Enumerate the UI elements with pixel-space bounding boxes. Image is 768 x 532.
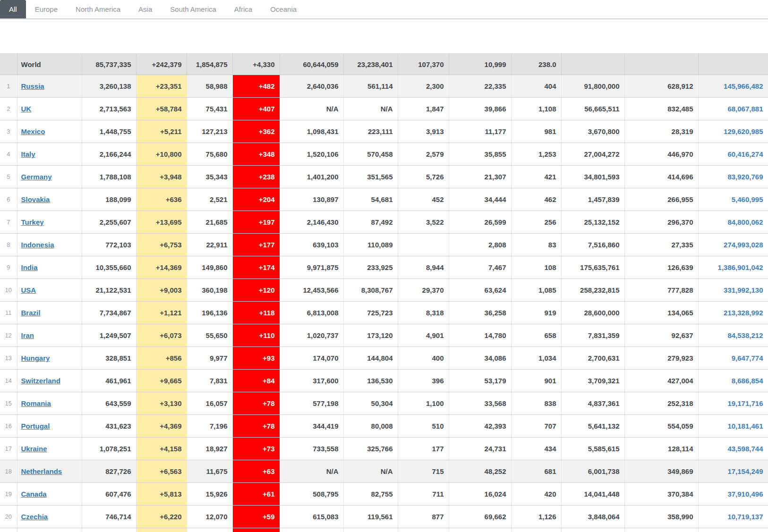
cell-population-link[interactable]: 5,460,995	[732, 195, 763, 203]
country-cell-link[interactable]: Netherlands	[21, 467, 62, 475]
cell-new-cases	[136, 528, 187, 532]
cell-active-cases: 561,114	[343, 75, 398, 98]
cell-deaths-per-1m: 420	[511, 483, 561, 506]
cell-active-cases: 233,925	[343, 256, 398, 279]
country-cell-link[interactable]: UK	[21, 105, 32, 113]
cell-serious-critical: 177	[398, 438, 449, 460]
country-cell-link[interactable]: Russia	[21, 82, 44, 90]
tab-africa[interactable]: Africa	[225, 0, 261, 18]
cell-population-link[interactable]: 37,910,496	[727, 490, 763, 498]
country-cell-link[interactable]: Canada	[21, 490, 47, 498]
cell-population-link[interactable]: 60,416,274	[727, 150, 763, 158]
cell-population-link[interactable]: 129,620,985	[724, 127, 763, 135]
cell-total-deaths: 196,136	[187, 302, 232, 324]
country-cell-link[interactable]: Germany	[21, 173, 52, 181]
tab-north-america[interactable]: North America	[67, 0, 129, 18]
cell-new-deaths: +78	[232, 392, 280, 415]
cell-total-tests: 2,700,631	[561, 347, 624, 370]
rank-cell: 14	[0, 370, 17, 392]
cell-active-cases: 110,089	[343, 234, 398, 256]
cell-total-cases: 643,559	[82, 392, 136, 415]
tab-all[interactable]: All	[0, 0, 26, 18]
cell-total-cases: 461,961	[82, 370, 136, 392]
cell-population-link[interactable]: 10,719,137	[727, 513, 763, 521]
cell-population-link[interactable]: 331,992,130	[724, 286, 763, 294]
cell-population-link[interactable]: 84,538,212	[727, 331, 763, 339]
country-cell: Czechia	[17, 506, 82, 528]
cell-total-tests: 14,041,448	[561, 483, 624, 506]
country-cell: Brazil	[17, 302, 82, 324]
cell-new-deaths: +482	[232, 75, 280, 98]
cell-population-link[interactable]: 9,647,774	[732, 354, 763, 362]
cell-population-link[interactable]: 83,920,769	[727, 173, 763, 181]
cell-cases-per-1m: 2,808	[449, 234, 511, 256]
world-new-cases: +242,379	[136, 54, 187, 75]
cell-total-deaths: 75,431	[187, 98, 232, 120]
cell-cases-per-1m: 33,568	[449, 392, 511, 415]
rank-cell: 15	[0, 392, 17, 415]
cell-population-link[interactable]: 213,328,992	[724, 309, 763, 317]
cell-population-link[interactable]: 145,966,482	[724, 82, 763, 90]
country-cell-link[interactable]: USA	[21, 286, 36, 294]
cell-active-cases: 570,458	[343, 143, 398, 166]
tab-europe[interactable]: Europe	[26, 0, 67, 18]
cell-total-tests: 3,670,800	[561, 120, 624, 143]
country-cell-link[interactable]: India	[21, 263, 38, 271]
tab-oceania[interactable]: Oceania	[261, 0, 306, 18]
country-cell-link[interactable]: Slovakia	[21, 195, 50, 203]
cell-population-link[interactable]: 68,067,881	[727, 105, 763, 113]
cell-new-deaths	[232, 528, 280, 532]
cell-serious-critical: 711	[398, 483, 449, 506]
cell-population: 84,800,062	[698, 211, 768, 234]
country-cell-link[interactable]: Romania	[21, 399, 51, 407]
cell-cases-per-1m: 26,599	[449, 211, 511, 234]
cell-total-recovered: 6,813,008	[280, 302, 343, 324]
country-cell-link[interactable]: Czechia	[21, 513, 48, 521]
cell-population-link[interactable]: 8,686,854	[732, 377, 763, 385]
cell-population: 43,598,744	[698, 438, 768, 460]
cell-total-deaths: 7,831	[187, 370, 232, 392]
cell-total-tests: 91,800,000	[561, 75, 624, 98]
cell-new-deaths: +93	[232, 347, 280, 370]
country-cell-link[interactable]: Brazil	[21, 309, 41, 317]
cell-total-cases: 2,713,563	[82, 98, 136, 120]
cell-population-link[interactable]: 10,181,461	[727, 422, 763, 430]
cell-tests-per-1m: 358,990	[624, 506, 698, 528]
cell-total-deaths: 35,343	[187, 166, 232, 188]
tab-south-america[interactable]: South America	[161, 0, 225, 18]
country-cell-link[interactable]: Portugal	[21, 422, 50, 430]
country-cell-link[interactable]: Iran	[21, 331, 34, 339]
cell-total-cases: 2,255,607	[82, 211, 136, 234]
cell-total-deaths: 75,680	[187, 143, 232, 166]
cell-population-link[interactable]: 19,171,716	[727, 399, 763, 407]
cell-population-link[interactable]: 1,386,901,042	[718, 263, 763, 271]
cell-population-link[interactable]: 84,800,062	[727, 218, 763, 226]
cell-population-link[interactable]: 274,993,028	[724, 241, 763, 249]
cell-population: 84,538,212	[698, 324, 768, 347]
country-cell-link[interactable]: Mexico	[21, 127, 45, 135]
cell-total-tests: 34,801,593	[561, 166, 624, 188]
country-cell-link[interactable]: Switzerland	[21, 377, 60, 385]
cell-total-cases: 1,249,507	[82, 324, 136, 347]
cell-new-deaths: +118	[232, 302, 280, 324]
cell-population: 213,328,992	[698, 302, 768, 324]
country-cell-link[interactable]: Turkey	[21, 218, 44, 226]
cell-total-deaths: 16,057	[187, 392, 232, 415]
cell-tests-per-1m: 446,970	[624, 143, 698, 166]
table-row-partial	[0, 528, 768, 532]
cell-population-link[interactable]: 17,154,249	[727, 467, 763, 475]
cell-population-link[interactable]: 43,598,744	[727, 445, 763, 453]
country-cell-link[interactable]: Ukraine	[21, 445, 47, 453]
country-cell: Slovakia	[17, 188, 82, 211]
country-cell-link[interactable]: Indonesia	[21, 241, 54, 249]
cell-new-deaths: +84	[232, 370, 280, 392]
country-cell-link[interactable]: Italy	[21, 150, 35, 158]
country-cell: Netherlands	[17, 460, 82, 483]
cell-total-recovered: N/A	[280, 460, 343, 483]
world-total-cases: 85,737,335	[82, 54, 136, 75]
country-cell-link[interactable]: Hungary	[21, 354, 50, 362]
cell-total-deaths: 127,213	[187, 120, 232, 143]
cell-total-cases: 10,355,660	[82, 256, 136, 279]
cell-active-cases: 8,308,767	[343, 279, 398, 302]
tab-asia[interactable]: Asia	[129, 0, 161, 18]
